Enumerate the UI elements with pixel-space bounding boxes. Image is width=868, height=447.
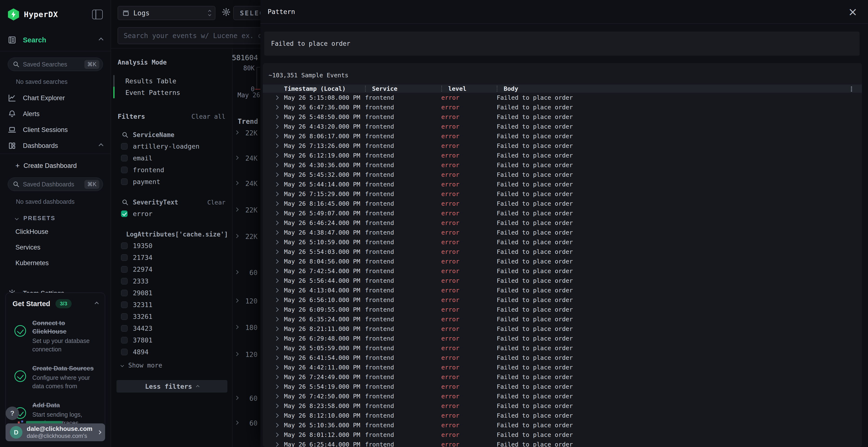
filter-option[interactable]: frontend xyxy=(111,164,232,176)
table-row[interactable]: May 26 4:42:11.000 PM frontend error Fai… xyxy=(263,363,862,372)
select-columns-button[interactable]: SELECT xyxy=(234,6,260,20)
row-expand-chevron-icon[interactable] xyxy=(274,249,278,254)
table-row[interactable]: May 26 5:15:08.000 PM frontend error Fai… xyxy=(263,93,862,102)
table-row[interactable]: May 26 5:56:44.000 PM frontend error Fai… xyxy=(263,276,862,285)
table-row[interactable]: May 26 6:09:55.000 PM frontend error Fai… xyxy=(263,305,862,314)
row-expand-chevron-icon[interactable] xyxy=(274,269,278,273)
expand-chevron-icon[interactable] xyxy=(235,131,239,135)
show-more-button[interactable]: Show more xyxy=(111,358,232,369)
preset-item[interactable]: ClickHouse xyxy=(0,224,111,240)
table-row[interactable]: May 26 7:15:29.000 PM frontend error Fai… xyxy=(263,189,862,199)
expand-chevron-icon[interactable] xyxy=(235,352,239,356)
table-row[interactable]: May 26 8:04:56.000 PM frontend error Fai… xyxy=(263,256,862,266)
row-expand-chevron-icon[interactable] xyxy=(274,317,278,321)
row-expand-chevron-icon[interactable] xyxy=(274,153,278,158)
sidebar-item-alerts[interactable]: Alerts xyxy=(0,106,111,122)
event-search-input[interactable] xyxy=(124,32,260,40)
row-expand-chevron-icon[interactable] xyxy=(274,143,278,148)
event-search-box[interactable] xyxy=(118,27,260,44)
row-expand-chevron-icon[interactable] xyxy=(274,355,278,360)
checkbox-unchecked[interactable] xyxy=(121,290,128,296)
analysis-mode-results-table[interactable]: Results Table xyxy=(113,75,232,87)
table-row[interactable]: May 26 6:46:24.000 PM frontend error Fai… xyxy=(263,218,862,228)
filter-option[interactable]: 2333 xyxy=(111,275,232,287)
table-row[interactable]: May 26 4:43:20.000 PM frontend error Fai… xyxy=(263,122,862,131)
filter-option[interactable]: artillery-loadgen xyxy=(111,140,232,152)
pattern-row[interactable]: 60 xyxy=(232,267,260,278)
sidebar-item-search[interactable]: Search xyxy=(0,29,111,51)
row-expand-chevron-icon[interactable] xyxy=(274,230,278,235)
close-icon[interactable]: × xyxy=(848,6,858,18)
table-row[interactable]: May 26 5:10:36.000 PM frontend error Fai… xyxy=(263,420,862,430)
row-expand-chevron-icon[interactable] xyxy=(274,211,278,215)
get-started-item[interactable]: Connect to ClickHouse Set up your databa… xyxy=(12,319,98,353)
pattern-row[interactable]: 180 xyxy=(232,322,260,333)
checkbox-unchecked[interactable] xyxy=(121,254,128,261)
row-expand-chevron-icon[interactable] xyxy=(274,442,278,447)
row-expand-chevron-icon[interactable] xyxy=(274,394,278,398)
filter-option[interactable]: 19350 xyxy=(111,240,232,252)
expand-chevron-icon[interactable] xyxy=(235,325,239,329)
row-expand-chevron-icon[interactable] xyxy=(274,95,278,100)
less-filters-button[interactable]: Less filters xyxy=(117,380,227,392)
filter-option-error[interactable]: error xyxy=(111,208,232,220)
checkbox-checked[interactable] xyxy=(121,210,128,217)
row-expand-chevron-icon[interactable] xyxy=(274,134,278,138)
pattern-row[interactable]: 22K xyxy=(232,128,260,138)
checkbox-unchecked[interactable] xyxy=(121,337,128,343)
pattern-row[interactable]: 120 xyxy=(232,296,260,306)
table-row[interactable]: May 26 8:21:11.000 PM frontend error Fai… xyxy=(263,324,862,334)
table-row[interactable]: May 26 8:16:45.000 PM frontend error Fai… xyxy=(263,199,862,208)
saved-dashboards-input[interactable] xyxy=(23,181,82,188)
search-icon[interactable] xyxy=(122,199,128,206)
checkbox-unchecked[interactable] xyxy=(121,143,128,149)
row-expand-chevron-icon[interactable] xyxy=(274,375,278,379)
table-row[interactable]: May 26 6:25:44.000 PM frontend error Fai… xyxy=(263,440,862,447)
saved-dashboards-search[interactable]: ⌘K xyxy=(8,177,103,191)
pattern-row[interactable]: 120 xyxy=(232,349,260,360)
table-row[interactable]: May 26 5:49:07.000 PM frontend error Fai… xyxy=(263,208,862,218)
table-row[interactable]: May 26 6:47:36.000 PM frontend error Fai… xyxy=(263,102,862,112)
expand-chevron-icon[interactable] xyxy=(235,396,239,400)
row-expand-chevron-icon[interactable] xyxy=(274,182,278,186)
row-expand-chevron-icon[interactable] xyxy=(274,336,278,341)
chevron-up-icon[interactable] xyxy=(99,143,103,148)
filter-option[interactable]: 21734 xyxy=(111,252,232,264)
expand-chevron-icon[interactable] xyxy=(235,181,239,185)
row-expand-chevron-icon[interactable] xyxy=(274,423,278,427)
checkbox-unchecked[interactable] xyxy=(121,155,128,161)
filter-option[interactable]: 32311 xyxy=(111,299,232,311)
table-row[interactable]: May 26 8:01:12.000 PM frontend error Fai… xyxy=(263,430,862,440)
checkbox-unchecked[interactable] xyxy=(121,243,128,249)
table-options-kebab-icon[interactable] xyxy=(851,86,852,92)
table-row[interactable]: May 26 7:42:50.000 PM frontend error Fai… xyxy=(263,391,862,401)
row-expand-chevron-icon[interactable] xyxy=(274,404,278,408)
analysis-mode-event-patterns[interactable]: Event Patterns xyxy=(113,87,232,98)
table-row[interactable]: May 26 5:54:19.000 PM frontend error Fai… xyxy=(263,382,862,391)
row-expand-chevron-icon[interactable] xyxy=(274,384,278,389)
presets-toggle[interactable]: PRESETS xyxy=(0,207,111,221)
get-started-item[interactable]: Create Data Sources Configure where your… xyxy=(12,364,98,390)
row-expand-chevron-icon[interactable] xyxy=(274,259,278,264)
create-dashboard-button[interactable]: + Create Dashboard xyxy=(0,154,111,171)
chevron-up-icon[interactable] xyxy=(95,302,99,306)
checkbox-unchecked[interactable] xyxy=(121,167,128,173)
row-expand-chevron-icon[interactable] xyxy=(274,172,278,177)
pattern-row[interactable]: 22K xyxy=(232,231,260,242)
filter-option[interactable]: 33261 xyxy=(111,311,232,322)
source-settings-gear-icon[interactable] xyxy=(222,8,230,19)
table-row[interactable]: May 26 6:12:19.000 PM frontend error Fai… xyxy=(263,150,862,160)
filter-option[interactable]: email xyxy=(111,152,232,164)
table-row[interactable]: May 26 5:44:14.000 PM frontend error Fai… xyxy=(263,179,862,189)
filter-option[interactable]: 29081 xyxy=(111,287,232,299)
table-row[interactable]: May 26 5:10:59.000 PM frontend error Fai… xyxy=(263,237,862,247)
preset-item[interactable]: Services xyxy=(0,240,111,255)
clear-group-button[interactable]: Clear xyxy=(207,199,225,206)
help-button[interactable]: ? xyxy=(5,407,19,420)
table-row[interactable]: May 26 7:13:26.000 PM frontend error Fai… xyxy=(263,141,862,150)
table-row[interactable]: May 26 5:54:03.000 PM frontend error Fai… xyxy=(263,247,862,256)
checkbox-unchecked[interactable] xyxy=(121,313,128,320)
sidebar-item-client-sessions[interactable]: Client Sessions xyxy=(0,122,111,138)
row-expand-chevron-icon[interactable] xyxy=(274,124,278,129)
collapse-sidebar-icon[interactable] xyxy=(92,10,103,19)
